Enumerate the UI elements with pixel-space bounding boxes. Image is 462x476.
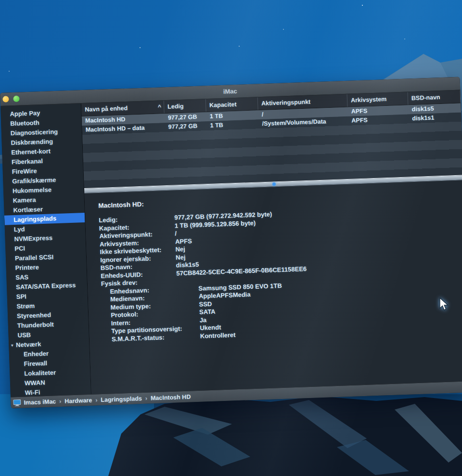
sidebar-item-label: FireWire [12, 166, 37, 177]
detail-value: Ja [199, 316, 206, 324]
sidebar-item-label: Ethernet-kort [11, 146, 51, 157]
column-header-kapacitet[interactable]: Kapacitet [206, 97, 258, 112]
sidebar-item-label: NVMExpress [14, 233, 52, 244]
sidebar-item-label: Lyd [14, 224, 25, 234]
sidebar-item-label: Lokaliteter [24, 368, 56, 378]
sidebar-item-label: WWAN [25, 378, 45, 388]
sidebar-list: Apple PayBluetoothDiagnosticeringDiskbræ… [0, 107, 91, 397]
minimize-button-icon[interactable] [2, 96, 9, 102]
table-cell: 1 TB [206, 119, 259, 130]
column-header-label: Ledig [167, 103, 184, 110]
sidebar-item-label: Firewall [24, 359, 47, 369]
zoom-button-icon[interactable] [13, 96, 19, 102]
breadcrumb-segment[interactable]: MacIntosh HD [151, 393, 191, 401]
table-cell: disk1s1 [409, 113, 462, 124]
sidebar-item-label: Thunderbolt [17, 320, 54, 331]
sidebar-item-label: PCI [14, 244, 25, 254]
sidebar-item-label: Enheder [24, 349, 49, 360]
sidebar: Apple PayBluetoothDiagnosticeringDiskbræ… [0, 103, 91, 397]
splitter-handle-icon[interactable] [272, 182, 275, 186]
sidebar-item-label: Strøm [16, 301, 35, 311]
main-pane: Navn på enhed^LedigKapacitetAktiveringsp… [81, 90, 462, 394]
sort-ascending-icon: ^ [158, 103, 162, 110]
column-header-ledig[interactable]: Ledig [164, 99, 206, 113]
breadcrumb-segment[interactable]: Lagringsplads [101, 395, 142, 403]
column-header-label: Kapacitet [209, 101, 237, 109]
wallpaper-rocks [0, 394, 462, 476]
breadcrumb-segment[interactable]: Imacs iMac [24, 398, 56, 406]
sidebar-item-label: Fiberkanal [12, 156, 43, 167]
sidebar-item-label: Kamera [13, 195, 36, 206]
table-cell: APFS [348, 114, 409, 125]
window-body: Apple PayBluetoothDiagnosticeringDiskbræ… [0, 90, 462, 397]
detail-value: Nej [175, 245, 185, 254]
sidebar-item-label: SAS [15, 272, 28, 283]
sidebar-item-label: USB [17, 330, 31, 340]
table-rows: MacIntosh HD977,27 GB1 TB/APFSdisk1s5Mac… [82, 103, 462, 188]
detail-value: Nej [176, 253, 186, 261]
detail-value: APFS [175, 237, 192, 246]
detail-pane: MacIntosh HD: Ledig:977,27 GB (977.272.9… [84, 180, 462, 394]
column-header-label: Arkivsystem [351, 96, 387, 104]
breadcrumb-separator: › [145, 395, 148, 401]
detail-value: Kontrolleret [200, 331, 236, 340]
detail-value: Ukendt [200, 323, 221, 332]
table-cell: 977,27 GB [165, 121, 207, 132]
column-header-label: Navn på enhed [85, 105, 128, 113]
disclosure-triangle-icon[interactable]: ▼ [10, 341, 14, 350]
sidebar-item-label: Netværk [16, 339, 41, 350]
sidebar-item-label: Bluetooth [10, 118, 39, 129]
breadcrumb-segment[interactable]: Hardware [64, 397, 92, 404]
sidebar-item-label: Lagringsplads [13, 214, 57, 225]
detail-value: disk1s5 [176, 261, 199, 270]
mouse-cursor-icon [439, 297, 451, 311]
detail-value: SATA [199, 308, 216, 317]
sidebar-item-label: Parallel SCSI [15, 252, 54, 263]
traffic-lights [2, 96, 19, 103]
column-header-label: BSD-navn [411, 94, 440, 102]
system-information-window: iMac Apple PayBluetoothDiagnosticeringDi… [0, 77, 462, 409]
breadcrumb-separator: › [59, 398, 62, 404]
window-title: iMac [223, 88, 237, 95]
detail-value: / [175, 230, 177, 238]
sidebar-item-label: Printere [15, 262, 39, 273]
column-header-arkivsystem[interactable]: Arkivsystem [347, 92, 409, 106]
sidebar-item-label: Styreenhed [17, 310, 51, 321]
breadcrumb-separator: › [95, 397, 98, 403]
imac-display-icon [13, 399, 21, 406]
column-header-bsd-navn[interactable]: BSD-navn [408, 90, 461, 105]
detail-value: SSD [199, 300, 212, 308]
sidebar-item-label: Apple Pay [10, 108, 40, 119]
sidebar-item-label: Kortlæser [13, 205, 43, 215]
sidebar-item-label: SPI [16, 292, 26, 302]
detail-fields: Ledig:977,27 GB (977.272.942.592 byte)Ka… [99, 204, 462, 344]
sidebar-item-label: Hukommelse [13, 185, 52, 196]
column-header-label: Aktiveringspunkt [261, 99, 311, 107]
